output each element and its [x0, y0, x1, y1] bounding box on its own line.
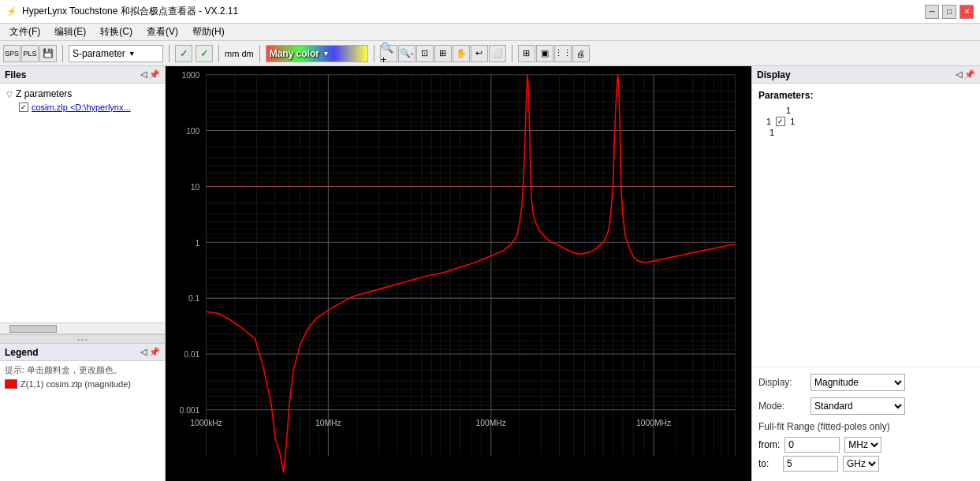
params-col-header: 1 [786, 106, 791, 115]
params-data-row: 1 ✓ 1 [766, 117, 974, 126]
svg-text:0.1: 0.1 [188, 293, 199, 303]
params-sub-value: 1 [769, 128, 774, 137]
files-panel-pin[interactable]: ◁ [140, 69, 147, 80]
toolbar-btn-2[interactable]: PLS [21, 45, 39, 62]
maximize-button[interactable]: □ [942, 5, 956, 19]
zoom-icons: 🔍+ 🔍- ⊡ ⊞ ✋ ↩ ⬜ [380, 45, 506, 62]
left-panel: Files ◁ 📌 ▽ Z parameters ✓ cosim.zlp <D:… [0, 66, 166, 481]
to-unit-select[interactable]: GHz [843, 456, 879, 472]
toolbar: SPS PLS 💾 S-parameter ▼ ✓ ✓ mm dm Many c… [0, 41, 980, 66]
params-checkbox[interactable]: ✓ [776, 117, 785, 126]
params-cell-value: 1 [790, 117, 795, 126]
files-panel-title: Files [5, 69, 26, 80]
file-tree-root-label: Z parameters [16, 88, 72, 99]
from-input[interactable] [784, 437, 840, 453]
menu-convert[interactable]: 转换(C) [94, 24, 139, 40]
legend-panel-float[interactable]: 📌 [149, 347, 160, 357]
resize-dots: • • • [77, 336, 88, 343]
files-panel-float[interactable]: 📌 [149, 69, 160, 80]
legend-panel: Legend ◁ 📌 提示: 单击颜料盒，更改颜色。 Z(1,1) cosim.… [0, 344, 165, 481]
svg-text:1000MHz: 1000MHz [636, 418, 671, 427]
menu-bar: 文件(F) 编辑(E) 转换(C) 查看(V) 帮助(H) [0, 24, 980, 41]
display-panel-icons: ◁ 📌 [956, 69, 975, 80]
menu-edit[interactable]: 编辑(E) [48, 24, 92, 40]
toolbar-btn-1[interactable]: SPS [3, 45, 20, 62]
toolbar-check-2[interactable]: ✓ [196, 45, 213, 62]
toolbar-sep-3 [218, 45, 219, 62]
legend-panel-header: Legend ◁ 📌 [0, 344, 165, 361]
grid-button[interactable]: ⊞ [518, 45, 535, 62]
left-resize-handle[interactable]: • • • [0, 334, 165, 344]
zoom-fit-button[interactable]: ⊡ [416, 45, 434, 62]
svg-text:0.001: 0.001 [180, 405, 200, 415]
menu-file[interactable]: 文件(F) [3, 24, 47, 40]
svg-text:1000kHz: 1000kHz [190, 418, 222, 427]
zoom-in-button[interactable]: 🔍+ [380, 45, 397, 62]
screenshot-button[interactable]: ⬜ [489, 45, 506, 62]
color-value: Many color [270, 48, 319, 59]
params-grid-container: 1 1 ✓ 1 1 [758, 106, 974, 137]
toolbar-check-1[interactable]: ✓ [175, 45, 192, 62]
right-panel: Display ◁ 📌 Parameters: 1 1 ✓ 1 [751, 66, 980, 481]
display-select[interactable]: Magnitude [810, 374, 905, 391]
close-button[interactable]: ✕ [960, 5, 974, 19]
toolbar-btn-save[interactable]: 💾 [39, 45, 57, 62]
right-spacer [752, 144, 980, 367]
dots-button[interactable]: ⋮⋮ [554, 45, 572, 62]
chart-area[interactable]: 1000 100 10 1 0.1 0.01 0.001 1000kHz 10M… [166, 66, 751, 481]
legend-panel-pin[interactable]: ◁ [140, 347, 147, 357]
title-text: HyperLynx Touchstone 和拟合极点查看器 - VX.2.11 [22, 5, 238, 18]
file-checkbox[interactable]: ✓ [19, 103, 28, 112]
legend-item-1: Z(1,1) cosim.zlp (magnitude) [5, 379, 160, 389]
legend-color-box[interactable] [5, 379, 17, 389]
file-tree-root: ▽ Z parameters [3, 87, 162, 101]
toolbar-sep-6 [512, 45, 512, 62]
toolbar-sep-2 [169, 45, 170, 62]
params-header-row: 1 [766, 106, 974, 115]
display-label: Display: [758, 377, 806, 388]
toolbar-icons-1: SPS PLS 💾 [3, 45, 57, 62]
pan-button[interactable]: ✋ [453, 45, 470, 62]
print-button[interactable]: 🖨 [572, 45, 590, 62]
legend-hint: 提示: 单击颜料盒，更改颜色。 [5, 364, 160, 376]
color-dropdown[interactable]: Many color ▼ [266, 45, 368, 62]
app-icon: ⚡ [6, 6, 17, 17]
mode-select[interactable]: Standard [810, 397, 905, 415]
menu-help[interactable]: 帮助(H) [186, 24, 231, 40]
sparameter-dropdown[interactable]: S-parameter ▼ [69, 45, 163, 62]
files-scroll-thumb[interactable] [9, 325, 57, 333]
to-label: to: [758, 458, 778, 469]
params-label: Parameters: [758, 90, 974, 101]
title-bar-controls[interactable]: ─ □ ✕ [925, 5, 974, 19]
zoom-out-button[interactable]: 🔍- [398, 45, 415, 62]
undo-button[interactable]: ↩ [471, 45, 488, 62]
minimize-button[interactable]: ─ [925, 5, 939, 19]
color-chevron-icon: ▼ [322, 50, 330, 58]
legend-item-label: Z(1,1) cosim.zlp (magnitude) [20, 379, 131, 389]
file-tree-child: ✓ cosim.zlp <D:\hyperlynx... [3, 101, 162, 114]
display-panel-pin[interactable]: ◁ [956, 69, 962, 80]
display-panel-float[interactable]: 📌 [964, 69, 975, 80]
fullfit-title: Full-fit Range (fitted-poles only) [758, 421, 974, 432]
svg-text:100MHz: 100MHz [476, 418, 506, 427]
svg-text:1: 1 [196, 237, 200, 247]
file-link[interactable]: cosim.zlp <D:\hyperlynx... [32, 103, 131, 112]
fullfit-from-row: from: MHz [758, 437, 974, 453]
files-scroll-area[interactable] [0, 323, 165, 334]
zoom-all-button[interactable]: ⊞ [434, 45, 452, 62]
display-params: Parameters: 1 1 ✓ 1 1 [752, 84, 980, 144]
from-unit-select[interactable]: MHz [844, 437, 881, 453]
menu-view[interactable]: 查看(V) [140, 24, 184, 40]
from-label: from: [758, 439, 780, 450]
marker-button[interactable]: ▣ [536, 45, 553, 62]
svg-text:0.01: 0.01 [184, 349, 199, 359]
to-input[interactable] [783, 456, 838, 472]
fullfit-section: Full-fit Range (fitted-poles only) from:… [758, 421, 974, 472]
svg-text:10: 10 [191, 182, 200, 192]
main-layout: Files ◁ 📌 ▽ Z parameters ✓ cosim.zlp <D:… [0, 66, 980, 481]
svg-text:100: 100 [186, 126, 199, 136]
title-bar: ⚡ HyperLynx Touchstone 和拟合极点查看器 - VX.2.1… [0, 0, 980, 24]
files-panel-header: Files ◁ 📌 [0, 66, 165, 84]
tree-expand-icon[interactable]: ▽ [6, 90, 13, 99]
svg-text:10MHz: 10MHz [315, 418, 341, 427]
